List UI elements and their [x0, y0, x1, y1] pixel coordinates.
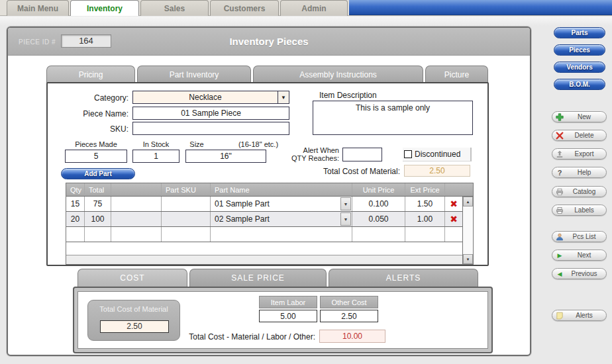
cell-unit-price[interactable]: 0.050 [352, 212, 405, 226]
scroll-down-icon[interactable]: ▼ [463, 254, 473, 264]
item-labor-header: Item Labor [259, 296, 317, 308]
category-value: Necklace [189, 93, 221, 102]
tab-alerts[interactable]: ALERTS [329, 269, 478, 287]
piece-name-input[interactable]: 01 Sample Piece [132, 107, 289, 120]
labels-button[interactable]: Labels [552, 205, 607, 216]
cell-blank[interactable] [111, 212, 162, 226]
cell-blank[interactable] [111, 197, 162, 211]
help-button-label: Help [566, 169, 603, 176]
delete-x-icon: ✖ [450, 214, 458, 224]
delete-row-button[interactable]: ✖ [445, 212, 462, 226]
export-button[interactable]: Export [552, 148, 607, 159]
catalog-button[interactable]: Catalog [552, 186, 607, 197]
tab-sales[interactable]: Sales [140, 0, 209, 16]
size-input[interactable]: 16" [185, 150, 266, 163]
in-stock-input[interactable]: 1 [132, 150, 179, 163]
app-window: Main Menu Inventory Sales Customers Admi… [0, 0, 612, 364]
tab-admin[interactable]: Admin [280, 0, 348, 16]
part-dropdown-icon[interactable]: ▼ [340, 212, 351, 226]
arrow-right-icon: ▶ [556, 251, 564, 259]
category-label: Category: [54, 93, 128, 103]
delete-button-label: Delete [566, 132, 603, 139]
tab-part-inventory[interactable]: Part Inventory [137, 66, 251, 83]
cell-part-name[interactable]: 01 Sample Part ▼ [211, 197, 352, 211]
material-cost-box: Total Cost of Material 2.50 [87, 300, 180, 341]
sku-input[interactable] [132, 122, 289, 135]
header-total: Total [85, 183, 111, 196]
parts-button[interactable]: Parts [554, 27, 605, 38]
new-button[interactable]: New [552, 111, 607, 122]
cell-qty[interactable]: 20 [66, 212, 85, 226]
previous-button[interactable]: ◀ Previous [552, 268, 607, 279]
alert-when-line2: QTY Reaches: [291, 154, 339, 162]
cell-part-name[interactable]: 02 Sample Part ▼ [211, 212, 352, 226]
cell-unit-price[interactable]: 0.100 [352, 197, 405, 211]
top-tab-bar: Main Menu Inventory Sales Customers Admi… [0, 0, 612, 16]
next-button[interactable]: ▶ Next [552, 250, 607, 261]
scroll-track[interactable] [463, 206, 473, 254]
pcs-list-button[interactable]: Pcs List [552, 231, 607, 242]
other-cost-header: Other Cost [320, 296, 378, 308]
delete-row-button[interactable]: ✖ [445, 197, 462, 211]
parts-table-columns: 15 75 01 Sample Part ▼ 0.100 1.50 ✖ [66, 197, 462, 264]
plus-icon [556, 113, 564, 121]
part-dropdown-icon[interactable]: ▼ [340, 197, 351, 210]
labels-button-label: Labels [566, 206, 603, 214]
chevron-down-icon[interactable]: ▼ [278, 91, 289, 103]
note-icon [556, 312, 564, 320]
other-cost-input[interactable]: 2.50 [320, 310, 378, 322]
tab-cost[interactable]: COST [77, 269, 187, 287]
header-part-name: Part Name [211, 183, 352, 196]
tab-assembly-instructions[interactable]: Assembly Instructions [253, 66, 423, 83]
tab-main-menu[interactable]: Main Menu [7, 0, 69, 16]
add-part-button[interactable]: Add Part [61, 168, 135, 179]
cell-part-sku[interactable] [162, 212, 211, 226]
tab-inventory[interactable]: Inventory [70, 0, 139, 16]
new-button-label: New [566, 113, 603, 120]
delete-button[interactable]: Delete [552, 130, 607, 141]
table-scrollbar[interactable]: ▲ ▼ [462, 197, 473, 264]
pieces-made-input[interactable]: 5 [65, 150, 127, 163]
previous-button-label: Previous [566, 270, 603, 277]
catalog-button-label: Catalog [566, 188, 603, 195]
discontinued-checkbox[interactable] [404, 150, 412, 158]
alerts-button[interactable]: Alerts [552, 310, 607, 321]
scroll-up-icon[interactable]: ▲ [463, 197, 473, 206]
cell-total[interactable]: 75 [85, 197, 111, 211]
header-delete [445, 183, 462, 196]
cell-part-sku[interactable] [162, 197, 211, 211]
cost-panel-inner: Total Cost of Material 2.50 Item Labor O… [77, 291, 488, 349]
item-description-label: Item Description [319, 91, 399, 100]
cell-empty [445, 227, 462, 242]
section-tab-strip: Pricing Part Inventory Assembly Instruct… [46, 66, 488, 83]
cell-qty[interactable]: 15 [66, 197, 85, 211]
bom-button[interactable]: B.O.M. [554, 79, 605, 90]
inventory-pieces-panel: PIECE ID # 164 Inventory Pieces Pricing … [7, 26, 531, 356]
table-row: 20 100 02 Sample Part ▼ 0.050 1.00 ✖ [66, 212, 462, 227]
help-button[interactable]: ? Help [552, 167, 607, 178]
item-description-input[interactable]: This is a sample only [313, 101, 473, 135]
parts-table-body: 15 75 01 Sample Part ▼ 0.100 1.50 ✖ [66, 197, 473, 264]
cell-empty [111, 227, 162, 242]
size-label: Size [180, 140, 213, 148]
alert-qty-input[interactable] [342, 148, 382, 161]
cell-total[interactable]: 100 [85, 212, 111, 226]
cell-ext-price[interactable]: 1.00 [405, 212, 445, 226]
next-button-label: Next [566, 251, 603, 259]
total-cost-material-value: 2.50 [404, 165, 470, 177]
discontinued-control[interactable]: Discontinued [403, 148, 472, 161]
table-row-empty [66, 227, 462, 242]
tab-picture[interactable]: Picture [425, 66, 488, 83]
tab-customers[interactable]: Customers [210, 0, 279, 16]
cell-ext-price[interactable]: 1.50 [405, 197, 445, 211]
person-icon [556, 233, 564, 241]
tab-pricing[interactable]: Pricing [46, 66, 135, 83]
tab-sale-price[interactable]: SALE PRICE [189, 269, 327, 287]
cell-empty [211, 227, 352, 242]
delete-x-icon: ✖ [450, 199, 458, 208]
vendors-button[interactable]: Vendors [554, 62, 605, 73]
pieces-button[interactable]: Pieces [554, 44, 605, 56]
category-select[interactable]: Necklace ▼ [132, 91, 289, 104]
item-labor-input[interactable]: 5.00 [259, 310, 317, 322]
export-icon [556, 150, 564, 158]
